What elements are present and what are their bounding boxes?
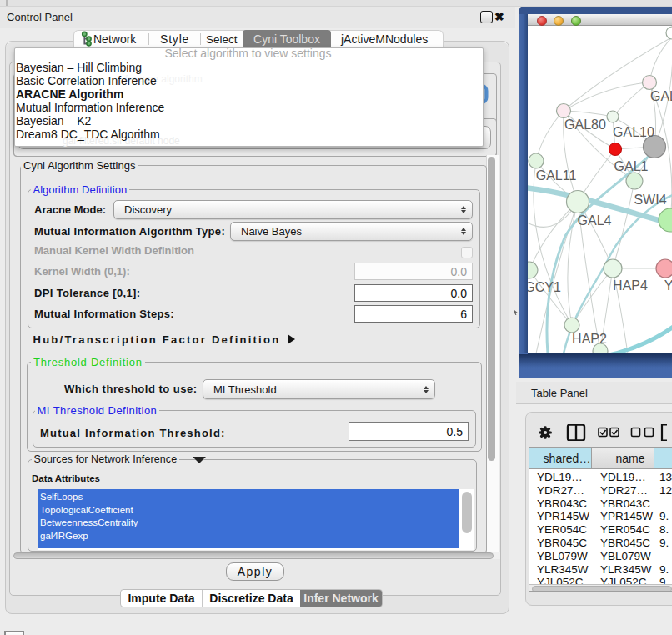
svg-text:SWI4: SWI4 [634,192,666,207]
svg-text:HAP2: HAP2 [572,332,607,346]
svg-text:Y: Y [664,278,672,292]
svg-text:GAL11: GAL11 [536,168,577,182]
svg-text:GAL7: GAL7 [650,89,672,103]
svg-text:GCY1: GCY1 [528,280,561,294]
svg-text:GAL1: GAL1 [614,159,649,173]
svg-text:GAL80: GAL80 [564,118,606,132]
svg-text:GAL4: GAL4 [578,213,612,228]
svg-text:HAP4: HAP4 [613,278,648,292]
svg-text:GAL10: GAL10 [613,125,654,139]
